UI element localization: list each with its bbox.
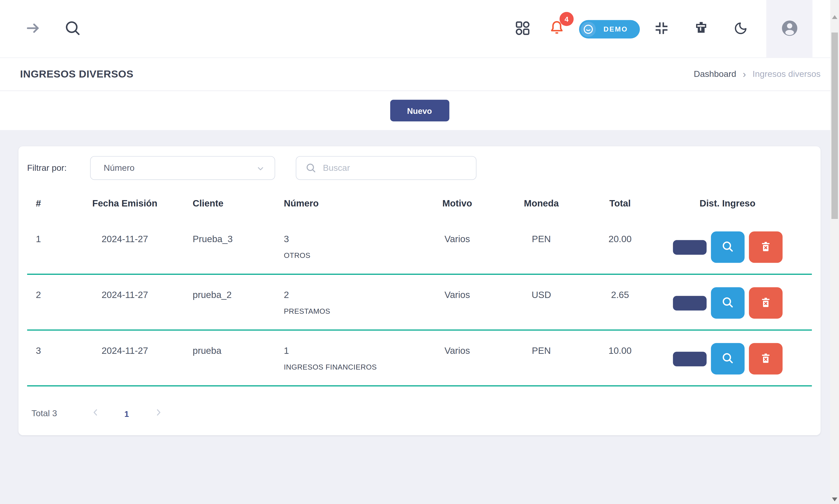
row-total: 20.00 (597, 234, 643, 274)
search-field-wrap (296, 156, 477, 180)
row-fecha: 2024-11-27 (76, 290, 174, 329)
row-moneda: USD (486, 290, 597, 329)
user-avatar-icon (780, 19, 799, 39)
smiley-icon (581, 21, 596, 37)
breadcrumb-current: Ingresos diversos (752, 69, 820, 79)
col-index: # (27, 198, 76, 209)
row-numero-cell: 2 PRESTAMOS (274, 290, 429, 329)
search-icon (65, 20, 81, 38)
chevron-left-icon (91, 408, 101, 419)
magnifier-icon (720, 351, 734, 367)
row-moneda: PEN (486, 234, 597, 274)
row-total: 2.65 (597, 290, 643, 329)
magnifier-icon (720, 295, 734, 311)
arrow-right-icon (24, 21, 41, 37)
dist-ingreso-button[interactable] (673, 296, 706, 311)
col-dist-ingreso: Dist. Ingreso (643, 198, 812, 209)
records-card: Filtrar por: Número # (18, 146, 821, 435)
magnifier-icon (720, 239, 734, 255)
moon-icon (733, 21, 748, 37)
notification-badge: 4 (560, 12, 573, 26)
row-categoria: OTROS (284, 252, 429, 260)
col-cliente: Cliente (174, 198, 274, 209)
sidebar-toggle-button[interactable] (24, 21, 41, 37)
demo-account-button[interactable]: DEMO (579, 20, 640, 38)
row-numero-cell: 1 INGRESOS FINANCIEROS (274, 346, 429, 385)
row-numero-cell: 3 OTROS (274, 234, 429, 274)
trash-icon (759, 240, 772, 254)
row-actions (643, 287, 812, 327)
row-motivo: Varios (429, 346, 486, 385)
row-numero: 2 (284, 290, 429, 301)
apps-grid-icon (514, 20, 531, 38)
view-button[interactable] (710, 343, 744, 375)
dist-ingreso-button[interactable] (673, 352, 706, 366)
trash-icon (759, 352, 772, 366)
col-fecha: Fecha Emisión (76, 198, 174, 209)
row-motivo: Varios (429, 290, 486, 329)
dist-ingreso-button[interactable] (673, 240, 706, 255)
row-numero: 1 (284, 346, 429, 357)
pagination-prev-button[interactable] (91, 408, 101, 419)
app-window: 4 DEMO (0, 0, 839, 504)
compress-icon (654, 21, 669, 37)
row-index: 2 (27, 290, 76, 329)
row-cliente: Prueba_3 (174, 234, 274, 274)
row-motivo: Varios (429, 234, 486, 274)
top-header: 4 DEMO (0, 0, 839, 58)
delete-button[interactable] (749, 231, 783, 263)
demo-badge-label: DEMO (603, 25, 628, 33)
row-categoria: INGRESOS FINANCIEROS (284, 363, 429, 371)
row-moneda: PEN (486, 346, 597, 385)
filter-field-select[interactable]: Número (90, 156, 275, 180)
row-actions (643, 343, 812, 383)
table-header-row: # Fecha Emisión Cliente Número Motivo Mo… (27, 188, 812, 219)
vertical-scrollbar[interactable] (830, 0, 839, 504)
pagination: Total 3 1 (27, 406, 812, 421)
trash-icon (759, 295, 772, 310)
scrollbar-up-arrow-icon[interactable] (832, 15, 837, 19)
theme-customizer-button[interactable] (694, 21, 708, 37)
view-button[interactable] (710, 231, 744, 263)
table-row: 1 2024-11-27 Prueba_3 3 OTROS Varios PEN… (27, 219, 812, 275)
row-cliente: prueba (174, 346, 274, 385)
page-title: INGRESOS DIVERSOS (20, 68, 134, 80)
row-numero: 3 (284, 234, 429, 245)
scrollbar-down-arrow-icon[interactable] (832, 498, 837, 501)
row-index: 1 (27, 234, 76, 274)
pagination-total: Total 3 (32, 409, 57, 418)
row-cliente: prueba_2 (174, 290, 274, 329)
filter-label: Filtrar por: (27, 163, 90, 173)
row-index: 3 (27, 346, 76, 385)
row-categoria: PRESTAMOS (284, 307, 429, 315)
apps-menu-button[interactable] (514, 20, 531, 38)
search-input[interactable] (296, 156, 477, 180)
pagination-page-1[interactable]: 1 (124, 409, 129, 418)
user-menu-button[interactable] (766, 0, 812, 58)
row-fecha: 2024-11-27 (76, 346, 174, 385)
breadcrumb-separator-icon: › (743, 69, 746, 79)
breadcrumb: Dashboard › Ingresos diversos (694, 69, 821, 79)
toolbar: Nuevo (0, 91, 839, 130)
scrollbar-thumb[interactable] (831, 33, 838, 219)
page-header: INGRESOS DIVERSOS Dashboard › Ingresos d… (0, 58, 839, 91)
row-fecha: 2024-11-27 (76, 234, 174, 274)
dark-mode-toggle[interactable] (733, 21, 748, 37)
col-motivo: Motivo (429, 198, 486, 209)
paint-brush-icon (694, 21, 708, 37)
filter-selected-value: Número (104, 163, 135, 173)
table-row: 2 2024-11-27 prueba_2 2 PRESTAMOS Varios… (27, 275, 812, 330)
pagination-next-button[interactable] (154, 408, 164, 419)
new-button[interactable]: Nuevo (390, 100, 449, 121)
delete-button[interactable] (749, 287, 783, 319)
delete-button[interactable] (749, 343, 783, 375)
global-search-button[interactable] (65, 20, 81, 38)
col-total: Total (597, 198, 643, 209)
row-actions (643, 231, 812, 271)
table-row: 3 2024-11-27 prueba 1 INGRESOS FINANCIER… (27, 330, 812, 386)
view-button[interactable] (710, 287, 744, 319)
row-total: 10.00 (597, 346, 643, 385)
compress-view-button[interactable] (654, 21, 669, 37)
filter-bar: Filtrar por: Número (27, 156, 812, 180)
breadcrumb-dashboard-link[interactable]: Dashboard (694, 69, 736, 79)
